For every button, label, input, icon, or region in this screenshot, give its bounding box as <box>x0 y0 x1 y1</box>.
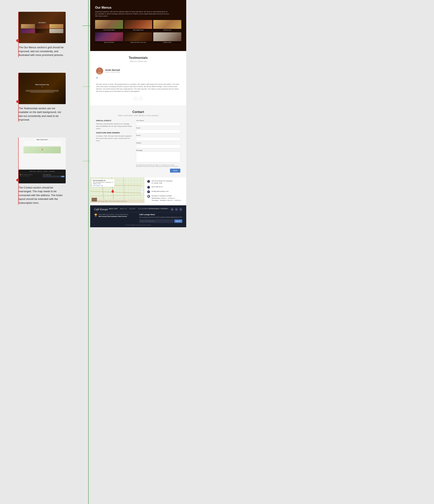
thumb-contact-title: Make a Reservation <box>37 139 48 140</box>
phone-icon: 📞 <box>147 186 150 189</box>
right-main-panel: Our Menus Experience genuine, elite and … <box>90 0 186 227</box>
facebook-icon[interactable]: f <box>170 208 174 211</box>
thumb-cell <box>35 29 49 33</box>
author-avatar <box>96 67 103 74</box>
footer-awards: 🏆 Open Table Top 10 Diners' Choice Award… <box>94 214 137 223</box>
feedback-text-contact: The Contact section should be rearranged… <box>19 186 64 205</box>
menu-card-label-3: Dinner for Two <box>153 29 181 31</box>
footer-thumbnail: ABOUT CAFE ABOUT US GALLERY OUR MENUS 🏆 … <box>19 170 66 183</box>
footer-nav-gallery[interactable]: GALLERY <box>129 208 135 209</box>
zoom-out-button[interactable]: − <box>141 190 143 193</box>
thumb-footer-nav: ABOUT CAFE ABOUT US GALLERY OUR MENUS <box>19 170 66 173</box>
zoom-in-button[interactable]: + <box>141 187 143 190</box>
menu-card-label-2: Patio Doggie Dining <box>124 29 152 31</box>
map-address-secondary: 431 St Armands Cir, Sarasota, FL34316, U… <box>93 182 113 184</box>
menu-card-label-1: Lunch & Dinner Menu <box>95 29 123 31</box>
thumb-map-pin: 📍 <box>41 149 43 151</box>
feedback-text-testimonials: The Testimonials section are not readabl… <box>19 107 64 122</box>
thumb-quote-mark: " <box>42 86 43 90</box>
newsletter-signup-button[interactable]: Sign Up <box>174 219 182 223</box>
testimonials-thumbnail: What Customers Say " <box>19 73 66 104</box>
email-text: info@cafeeuropepc.com <box>151 190 168 192</box>
testimonial-next-button[interactable]: → <box>139 97 142 100</box>
menu-card-1[interactable]: Lunch & Dinner Menu <box>95 20 123 31</box>
phone-text: (941) 388-44 51 <box>151 186 163 188</box>
left-feedback-panel: Our Menus The Our Menus section's grid s… <box>0 0 86 222</box>
thumb-award-text: 🏆 Open Table Award Winner <box>20 174 42 175</box>
footer-nav-about-us[interactable]: ABOUT US <box>120 208 127 209</box>
thumb-cell <box>35 24 49 28</box>
contact-section: Contact Make a reservation, order delive… <box>90 105 186 178</box>
menu-card-label-5: Happy Hour Menu Tues-Thurs <box>124 41 152 44</box>
footer-nav-about-cafe[interactable]: ABOUT CAFE <box>109 208 118 209</box>
testimonial-author: Jenifer Marshall Lunch & Dinner Menu <box>96 67 180 74</box>
map-container[interactable]: 431 St Armands Cir 431 St Armands Cir, S… <box>90 178 144 203</box>
thumb-email-input <box>43 176 61 177</box>
address-text: 431 St Armands Cir, Sarasota,FL 34236, U… <box>151 180 173 184</box>
view-larger-map-link[interactable]: View larger map <box>93 185 113 186</box>
street-view-thumbnail[interactable] <box>91 198 97 202</box>
testimonial-prev-button[interactable]: ← <box>134 97 137 100</box>
map-attribution: Map data ©2021 Google, INEGI | Terms of … <box>90 199 144 203</box>
phone-input[interactable] <box>136 137 180 141</box>
quote-mark: " <box>96 76 180 82</box>
footer-social-area: Private Events & Special Wine Dinners f … <box>145 208 182 211</box>
menu-card-img-1 <box>95 20 123 29</box>
wine-dinners-text: In season, Café L'Europe hosts Nevada's … <box>96 135 133 142</box>
footer-nav-row: Café Europe ABOUT CAFE ABOUT US GALLERY … <box>94 208 182 211</box>
menu-card-3[interactable]: Dinner for Two <box>153 20 181 31</box>
phone-label: Phone <box>136 135 180 136</box>
newsletter-email-input[interactable] <box>139 219 174 223</box>
svg-line-6 <box>90 191 141 193</box>
twitter-icon[interactable]: t <box>179 208 182 211</box>
author-name: Jenifer Marshall <box>105 69 120 71</box>
menu-card-6[interactable]: Children's Menu <box>153 32 181 44</box>
contact-subtitle: Make a reservation, order delivery or as… <box>96 115 180 117</box>
menu-card-img-4 <box>95 32 123 41</box>
special-events-text: Planning a special party? Speak to our m… <box>96 123 133 130</box>
menu-card-img-2 <box>124 20 152 29</box>
testimonial-card: Jenifer Marshall Lunch & Dinner Menu " W… <box>96 65 180 95</box>
name-input[interactable] <box>136 122 180 126</box>
testimonials-title: Testimonials <box>96 56 180 60</box>
menu-card-4[interactable]: Wine & Drink Menu <box>95 32 123 44</box>
hours-text: Monday & Tuesday CLOSED Wednesday 1:00 p… <box>151 195 181 201</box>
form-note: By clicking the Send button you agree to… <box>136 164 180 167</box>
thumb-newsletter-form: Sign <box>43 176 64 177</box>
menus-thumbnail: Our Menus <box>19 12 66 43</box>
contact-form: Your Name Email Phone Subject Message By… <box>136 120 180 172</box>
menu-card-5[interactable]: Happy Hour Menu Tues-Thurs <box>124 32 152 44</box>
message-label: Message <box>136 149 180 151</box>
email-input[interactable] <box>136 130 180 133</box>
subject-input[interactable] <box>136 144 180 148</box>
thumb-cell <box>21 29 35 33</box>
menu-card-img-6 <box>153 32 181 41</box>
clock-icon: 🕐 <box>147 195 150 198</box>
feedback-item-menus: Our Menus The Our Menus section's grid s… <box>4 12 82 57</box>
menus-content: Our Menus Experience genuine, elite and … <box>95 6 181 44</box>
red-dot-indicator <box>16 39 19 42</box>
wine-dinners-heading: SIGNATURE WINE DINNERS <box>96 132 133 134</box>
instagram-icon[interactable]: i <box>175 208 178 211</box>
thumb-test-line-3 <box>30 92 54 93</box>
privacy-label[interactable]: Private Events & Special Wine Dinners <box>145 208 168 211</box>
menu-card-2[interactable]: Patio Doggie Dining <box>124 20 152 31</box>
thumb-signup-btn: Sign <box>61 176 64 177</box>
svg-point-4 <box>100 70 101 70</box>
thumb-test-line-2 <box>26 91 59 92</box>
name-label: Your Name <box>136 120 180 121</box>
author-info: Jenifer Marshall Lunch & Dinner Menu <box>105 69 120 73</box>
hours-detail: 🕐 Monday & Tuesday CLOSED Wednesday 1:00… <box>147 195 184 201</box>
send-button[interactable]: Send <box>170 169 180 172</box>
red-dot-indicator-2 <box>16 100 19 103</box>
feedback-item-contact: Make a Reservation 📍 ABOUT CAFE ABOUT US… <box>4 137 82 205</box>
menu-card-label-6: Children's Menu <box>153 41 181 44</box>
thumb-award-desc: Best Overall | Best Ambiance <box>20 176 42 177</box>
contact-info: SPECIAL EVENTS Planning a special party?… <box>96 120 133 172</box>
map-address-card: 431 St Armands Cir 431 St Armands Cir, S… <box>92 179 115 187</box>
newsletter-description: Join us today and receive Cafe as specia… <box>139 216 182 218</box>
menus-title: Our Menus <box>95 6 181 9</box>
svg-line-7 <box>90 195 141 196</box>
message-textarea[interactable] <box>136 152 180 162</box>
thumb-nav-item: ABOUT CAFE <box>30 171 36 172</box>
